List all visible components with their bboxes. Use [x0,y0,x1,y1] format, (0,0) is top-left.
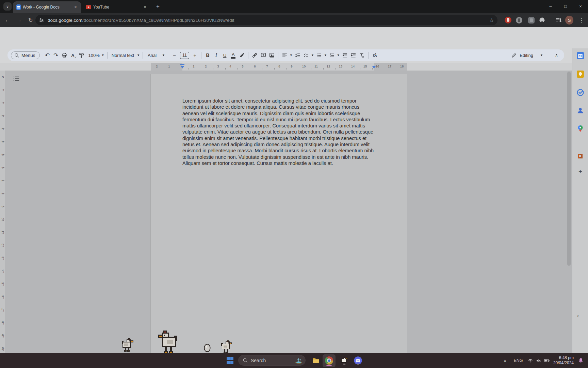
numbered-list-icon[interactable] [328,51,336,60]
clear-formatting-icon[interactable] [358,51,366,60]
insert-link-icon[interactable] [250,51,259,60]
ruler-number: 14 [347,63,359,70]
editing-mode-label[interactable]: Editing [520,53,533,58]
underline-icon[interactable]: U [220,51,229,60]
chicken-app-icon[interactable] [340,356,349,365]
checklist-dropdown-icon[interactable]: ▼ [311,53,314,57]
editing-mode-pencil-icon[interactable] [510,51,518,60]
decrease-indent-icon[interactable] [341,51,349,60]
battery-icon[interactable] [542,353,551,368]
tab-divider [151,4,151,9]
tab-youtube[interactable]: YouTube × [82,1,150,13]
tray-expand-icon[interactable]: ∧ [501,353,509,368]
pixel-egg[interactable] [203,342,211,354]
checklist-icon[interactable] [302,51,310,60]
paint-format-icon[interactable] [77,51,86,60]
collapse-toolbar-icon[interactable]: ∧ [552,51,561,60]
new-tab-button[interactable]: + [154,2,162,11]
back-icon[interactable]: ← [3,15,12,25]
close-tab-icon[interactable]: × [73,4,78,10]
italic-icon[interactable]: I [212,51,220,60]
start-button[interactable] [227,357,233,364]
file-explorer-icon[interactable] [311,356,321,365]
show-side-panel-icon[interactable]: › [577,312,579,318]
wifi-icon[interactable] [526,353,534,368]
right-indent-marker[interactable] [372,66,376,68]
maps-icon[interactable] [576,125,584,133]
font-size-field[interactable]: 11 [180,52,189,59]
tab-search-button[interactable]: ∨ [3,2,12,11]
reload-icon[interactable]: ↻ [26,15,35,25]
extension-icon[interactable] [527,16,535,24]
align-dropdown-icon[interactable]: ▼ [290,53,293,57]
redo-icon[interactable]: ↷ [52,51,60,60]
document-text[interactable]: Lorem ipsum dolor sit amet, consectetur … [182,98,375,166]
google-docs-favicon [16,4,21,10]
editing-mode-dropdown-icon[interactable]: ▼ [540,53,543,57]
left-indent-marker[interactable] [180,66,184,68]
site-settings-icon[interactable] [39,17,44,23]
bookmark-star-icon[interactable]: ☆ [489,17,494,24]
zoom-value[interactable]: 100% [88,53,100,58]
text-color-icon[interactable]: A [229,51,238,60]
browser-menu-kebab-icon[interactable]: ⋮ [577,16,586,24]
line-spacing-icon[interactable] [293,51,302,60]
adblock-extension-icon[interactable] [504,16,512,24]
url-bar[interactable]: docs.google.com/document/d/1rqVb550b7nXM… [35,15,497,25]
ruler-number: 2 [200,63,212,70]
numbered-list-dropdown-icon[interactable]: ▼ [337,53,340,57]
volume-muted-icon[interactable] [535,353,542,368]
forward-icon[interactable]: → [14,15,24,25]
extension-icon[interactable] [515,16,523,24]
language-indicator[interactable]: ENG [512,353,524,368]
equation-addon-icon[interactable]: ελ [371,51,379,60]
insert-image-icon[interactable] [267,51,276,60]
paragraph-style-value[interactable]: Normal text [112,53,134,58]
search-menus-button[interactable]: Menus [11,51,40,59]
font-dropdown-icon[interactable]: ▼ [162,53,165,57]
get-addons-plus-icon[interactable]: + [576,168,584,175]
browser-profile-avatar[interactable]: S [565,16,573,24]
discord-icon[interactable] [353,356,363,365]
extensions-puzzle-icon[interactable] [538,16,546,24]
keep-icon[interactable] [576,70,584,78]
first-line-indent-marker[interactable] [180,64,184,65]
window-close-button[interactable]: × [573,0,588,12]
tasks-icon[interactable] [576,89,584,96]
add-comment-icon[interactable] [259,51,267,60]
document-page[interactable]: Lorem ipsum dolor sit amet, consectetur … [151,74,407,353]
decrease-font-size-icon[interactable]: − [170,51,179,60]
increase-font-size-icon[interactable]: + [191,51,199,60]
style-dropdown-icon[interactable]: ▼ [137,53,140,57]
media-control-icon[interactable] [554,16,562,24]
tab-work-google-docs[interactable]: Work - Google Docs × [13,1,81,13]
ruler-number: 18 [0,321,5,325]
chrome-taskbar-button[interactable] [323,354,336,367]
bold-icon[interactable]: B [203,51,212,60]
clock[interactable]: 6:48 pm 20/04/2024 [553,355,574,366]
notification-bell-icon[interactable] [576,353,585,368]
ruler-number: 15 [359,63,371,70]
pixel-chicken-small[interactable] [122,337,134,354]
bulleted-list-dropdown-icon[interactable]: ▼ [324,53,327,57]
bulleted-list-icon[interactable] [315,51,323,60]
zoom-dropdown-icon[interactable]: ▼ [101,53,104,57]
window-minimize-button[interactable]: – [543,0,558,12]
calendar-icon[interactable]: 31 [576,52,584,60]
close-tab-icon[interactable]: × [142,4,148,10]
document-outline-icon[interactable] [12,75,21,83]
addon-icon[interactable] [576,152,584,160]
tray-time: 6:48 pm [553,355,574,361]
align-icon[interactable] [280,51,289,60]
window-maximize-button[interactable]: □ [558,0,573,12]
font-value[interactable]: Arial [148,53,157,58]
highlight-color-icon[interactable] [238,51,246,60]
undo-icon[interactable]: ↶ [43,51,52,60]
taskbar-search-box[interactable]: Search [238,355,306,366]
document-scrollbar[interactable] [567,72,571,266]
spellcheck-icon[interactable]: A ✓ [69,51,77,60]
increase-indent-icon[interactable] [349,51,358,60]
contacts-icon[interactable] [576,107,584,114]
print-icon[interactable] [60,51,69,60]
pixel-chicken-big[interactable] [155,331,179,354]
